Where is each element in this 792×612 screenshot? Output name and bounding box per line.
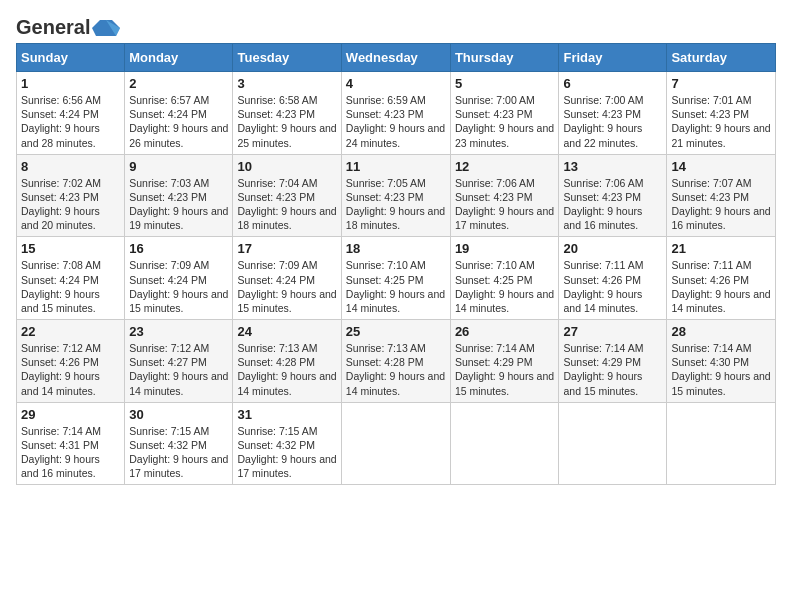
day-number: 24 <box>237 324 336 339</box>
calendar-cell: 25 Sunrise: 7:13 AM Sunset: 4:28 PM Dayl… <box>341 320 450 403</box>
day-number: 12 <box>455 159 555 174</box>
calendar-cell: 28 Sunrise: 7:14 AM Sunset: 4:30 PM Dayl… <box>667 320 776 403</box>
day-info: Sunrise: 7:11 AM Sunset: 4:26 PM Dayligh… <box>671 258 771 315</box>
day-info: Sunrise: 6:59 AM Sunset: 4:23 PM Dayligh… <box>346 93 446 150</box>
day-info: Sunrise: 7:04 AM Sunset: 4:23 PM Dayligh… <box>237 176 336 233</box>
day-number: 25 <box>346 324 446 339</box>
day-info: Sunrise: 7:12 AM Sunset: 4:26 PM Dayligh… <box>21 341 120 398</box>
calendar-cell: 30 Sunrise: 7:15 AM Sunset: 4:32 PM Dayl… <box>125 402 233 485</box>
calendar-cell: 4 Sunrise: 6:59 AM Sunset: 4:23 PM Dayli… <box>341 72 450 155</box>
calendar-cell: 21 Sunrise: 7:11 AM Sunset: 4:26 PM Dayl… <box>667 237 776 320</box>
day-info: Sunrise: 7:05 AM Sunset: 4:23 PM Dayligh… <box>346 176 446 233</box>
logo-general: General <box>16 16 90 39</box>
day-info: Sunrise: 7:00 AM Sunset: 4:23 PM Dayligh… <box>455 93 555 150</box>
calendar-cell: 29 Sunrise: 7:14 AM Sunset: 4:31 PM Dayl… <box>17 402 125 485</box>
day-number: 30 <box>129 407 228 422</box>
day-number: 5 <box>455 76 555 91</box>
weekday-header-thursday: Thursday <box>450 44 559 72</box>
day-number: 13 <box>563 159 662 174</box>
weekday-header-sunday: Sunday <box>17 44 125 72</box>
day-number: 9 <box>129 159 228 174</box>
day-number: 27 <box>563 324 662 339</box>
day-number: 18 <box>346 241 446 256</box>
day-number: 31 <box>237 407 336 422</box>
day-number: 8 <box>21 159 120 174</box>
day-info: Sunrise: 7:13 AM Sunset: 4:28 PM Dayligh… <box>237 341 336 398</box>
day-info: Sunrise: 6:56 AM Sunset: 4:24 PM Dayligh… <box>21 93 120 150</box>
calendar-cell: 9 Sunrise: 7:03 AM Sunset: 4:23 PM Dayli… <box>125 154 233 237</box>
weekday-header-monday: Monday <box>125 44 233 72</box>
day-info: Sunrise: 7:15 AM Sunset: 4:32 PM Dayligh… <box>129 424 228 481</box>
day-number: 11 <box>346 159 446 174</box>
calendar-cell: 1 Sunrise: 6:56 AM Sunset: 4:24 PM Dayli… <box>17 72 125 155</box>
calendar-cell: 6 Sunrise: 7:00 AM Sunset: 4:23 PM Dayli… <box>559 72 667 155</box>
calendar-cell: 19 Sunrise: 7:10 AM Sunset: 4:25 PM Dayl… <box>450 237 559 320</box>
day-info: Sunrise: 7:14 AM Sunset: 4:29 PM Dayligh… <box>563 341 662 398</box>
calendar-cell: 15 Sunrise: 7:08 AM Sunset: 4:24 PM Dayl… <box>17 237 125 320</box>
day-number: 19 <box>455 241 555 256</box>
day-number: 14 <box>671 159 771 174</box>
day-number: 29 <box>21 407 120 422</box>
weekday-header-friday: Friday <box>559 44 667 72</box>
day-info: Sunrise: 7:02 AM Sunset: 4:23 PM Dayligh… <box>21 176 120 233</box>
calendar-cell: 17 Sunrise: 7:09 AM Sunset: 4:24 PM Dayl… <box>233 237 341 320</box>
day-number: 7 <box>671 76 771 91</box>
day-number: 2 <box>129 76 228 91</box>
calendar-cell <box>341 402 450 485</box>
calendar-cell: 13 Sunrise: 7:06 AM Sunset: 4:23 PM Dayl… <box>559 154 667 237</box>
day-info: Sunrise: 7:03 AM Sunset: 4:23 PM Dayligh… <box>129 176 228 233</box>
day-number: 1 <box>21 76 120 91</box>
calendar-cell: 3 Sunrise: 6:58 AM Sunset: 4:23 PM Dayli… <box>233 72 341 155</box>
day-info: Sunrise: 7:06 AM Sunset: 4:23 PM Dayligh… <box>563 176 662 233</box>
calendar-cell: 22 Sunrise: 7:12 AM Sunset: 4:26 PM Dayl… <box>17 320 125 403</box>
day-info: Sunrise: 7:10 AM Sunset: 4:25 PM Dayligh… <box>346 258 446 315</box>
calendar-cell <box>559 402 667 485</box>
weekday-header-wednesday: Wednesday <box>341 44 450 72</box>
day-info: Sunrise: 7:14 AM Sunset: 4:29 PM Dayligh… <box>455 341 555 398</box>
weekday-header-saturday: Saturday <box>667 44 776 72</box>
day-number: 20 <box>563 241 662 256</box>
calendar-cell: 16 Sunrise: 7:09 AM Sunset: 4:24 PM Dayl… <box>125 237 233 320</box>
calendar-cell: 5 Sunrise: 7:00 AM Sunset: 4:23 PM Dayli… <box>450 72 559 155</box>
calendar-table: SundayMondayTuesdayWednesdayThursdayFrid… <box>16 43 776 485</box>
day-number: 22 <box>21 324 120 339</box>
day-number: 4 <box>346 76 446 91</box>
calendar-cell: 20 Sunrise: 7:11 AM Sunset: 4:26 PM Dayl… <box>559 237 667 320</box>
day-info: Sunrise: 7:08 AM Sunset: 4:24 PM Dayligh… <box>21 258 120 315</box>
day-info: Sunrise: 7:12 AM Sunset: 4:27 PM Dayligh… <box>129 341 228 398</box>
calendar-cell: 31 Sunrise: 7:15 AM Sunset: 4:32 PM Dayl… <box>233 402 341 485</box>
calendar-cell: 24 Sunrise: 7:13 AM Sunset: 4:28 PM Dayl… <box>233 320 341 403</box>
calendar-cell <box>450 402 559 485</box>
day-number: 26 <box>455 324 555 339</box>
day-info: Sunrise: 7:09 AM Sunset: 4:24 PM Dayligh… <box>237 258 336 315</box>
day-info: Sunrise: 7:14 AM Sunset: 4:30 PM Dayligh… <box>671 341 771 398</box>
calendar-cell: 10 Sunrise: 7:04 AM Sunset: 4:23 PM Dayl… <box>233 154 341 237</box>
day-number: 23 <box>129 324 228 339</box>
day-info: Sunrise: 7:07 AM Sunset: 4:23 PM Dayligh… <box>671 176 771 233</box>
day-info: Sunrise: 7:15 AM Sunset: 4:32 PM Dayligh… <box>237 424 336 481</box>
calendar-cell <box>667 402 776 485</box>
calendar-cell: 11 Sunrise: 7:05 AM Sunset: 4:23 PM Dayl… <box>341 154 450 237</box>
calendar-cell: 18 Sunrise: 7:10 AM Sunset: 4:25 PM Dayl… <box>341 237 450 320</box>
weekday-header-tuesday: Tuesday <box>233 44 341 72</box>
calendar-cell: 7 Sunrise: 7:01 AM Sunset: 4:23 PM Dayli… <box>667 72 776 155</box>
day-number: 15 <box>21 241 120 256</box>
day-info: Sunrise: 7:00 AM Sunset: 4:23 PM Dayligh… <box>563 93 662 150</box>
day-number: 10 <box>237 159 336 174</box>
calendar-cell: 26 Sunrise: 7:14 AM Sunset: 4:29 PM Dayl… <box>450 320 559 403</box>
day-info: Sunrise: 7:06 AM Sunset: 4:23 PM Dayligh… <box>455 176 555 233</box>
day-number: 17 <box>237 241 336 256</box>
day-info: Sunrise: 7:01 AM Sunset: 4:23 PM Dayligh… <box>671 93 771 150</box>
day-info: Sunrise: 6:58 AM Sunset: 4:23 PM Dayligh… <box>237 93 336 150</box>
calendar-cell: 23 Sunrise: 7:12 AM Sunset: 4:27 PM Dayl… <box>125 320 233 403</box>
day-info: Sunrise: 7:14 AM Sunset: 4:31 PM Dayligh… <box>21 424 120 481</box>
day-number: 28 <box>671 324 771 339</box>
calendar-cell: 8 Sunrise: 7:02 AM Sunset: 4:23 PM Dayli… <box>17 154 125 237</box>
day-info: Sunrise: 7:09 AM Sunset: 4:24 PM Dayligh… <box>129 258 228 315</box>
day-number: 3 <box>237 76 336 91</box>
logo: General <box>16 16 120 35</box>
calendar-cell: 14 Sunrise: 7:07 AM Sunset: 4:23 PM Dayl… <box>667 154 776 237</box>
day-info: Sunrise: 7:10 AM Sunset: 4:25 PM Dayligh… <box>455 258 555 315</box>
day-info: Sunrise: 7:13 AM Sunset: 4:28 PM Dayligh… <box>346 341 446 398</box>
day-number: 16 <box>129 241 228 256</box>
